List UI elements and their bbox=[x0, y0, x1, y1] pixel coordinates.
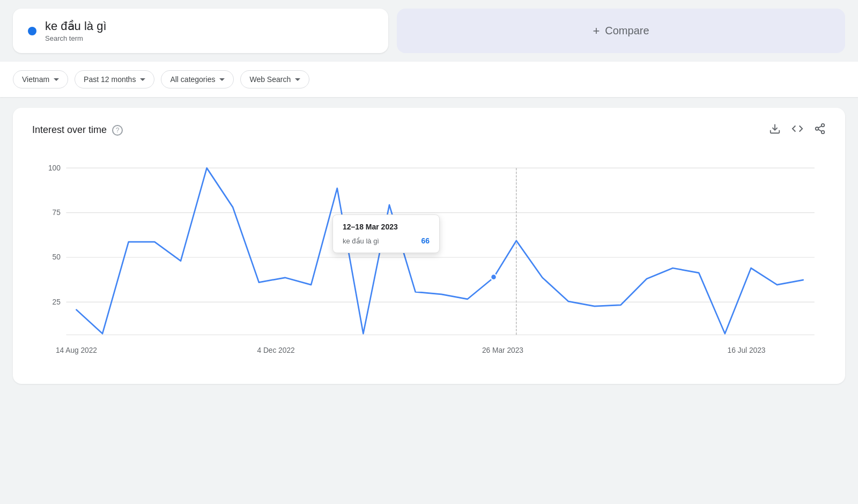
compare-label: Compare bbox=[605, 25, 649, 37]
chart-container: 100 75 50 25 14 Aug 2022 4 Dec 2022 26 M… bbox=[32, 150, 826, 365]
category-chevron-icon bbox=[219, 78, 225, 81]
chart-section: Interest over time ? bbox=[13, 108, 845, 384]
chart-title-group: Interest over time ? bbox=[32, 124, 123, 136]
chart-title: Interest over time bbox=[32, 124, 107, 136]
filter-bar: Vietnam Past 12 months All categories We… bbox=[0, 62, 858, 97]
share-icon[interactable] bbox=[814, 123, 826, 137]
svg-line-5 bbox=[818, 126, 822, 128]
svg-point-20 bbox=[491, 274, 497, 280]
svg-text:50: 50 bbox=[53, 253, 61, 261]
timeframe-filter[interactable]: Past 12 months bbox=[75, 70, 154, 88]
country-chevron-icon bbox=[54, 78, 59, 81]
search-term-text: ke đầu là gì Search term bbox=[45, 19, 107, 42]
help-question-mark: ? bbox=[116, 127, 120, 134]
search-type-label: Web Search bbox=[249, 75, 291, 84]
category-label: All categories bbox=[170, 75, 215, 84]
chart-actions bbox=[769, 123, 826, 137]
svg-text:25: 25 bbox=[53, 297, 61, 306]
search-type-chevron-icon bbox=[295, 78, 300, 81]
svg-text:26 Mar 2023: 26 Mar 2023 bbox=[482, 345, 523, 354]
svg-point-3 bbox=[822, 131, 825, 134]
help-icon[interactable]: ? bbox=[112, 125, 123, 136]
svg-text:14 Aug 2022: 14 Aug 2022 bbox=[56, 345, 97, 354]
search-term-main: ke đầu là gì bbox=[45, 19, 107, 33]
compare-card[interactable]: + Compare bbox=[397, 9, 845, 53]
search-dot bbox=[28, 27, 36, 35]
timeframe-label: Past 12 months bbox=[84, 75, 136, 84]
interest-chart: 100 75 50 25 14 Aug 2022 4 Dec 2022 26 M… bbox=[32, 150, 826, 365]
svg-text:75: 75 bbox=[53, 208, 61, 217]
search-term-sub: Search term bbox=[45, 34, 107, 42]
country-filter[interactable]: Vietnam bbox=[13, 70, 68, 88]
timeframe-chevron-icon bbox=[140, 78, 145, 81]
svg-point-2 bbox=[816, 127, 819, 130]
svg-text:4 Dec 2022: 4 Dec 2022 bbox=[257, 345, 294, 354]
svg-text:16 Jul 2023: 16 Jul 2023 bbox=[728, 345, 766, 354]
chart-header: Interest over time ? bbox=[32, 123, 826, 137]
embed-icon[interactable] bbox=[792, 123, 803, 137]
svg-line-4 bbox=[818, 129, 822, 131]
search-term-card: ke đầu là gì Search term bbox=[13, 9, 388, 53]
svg-text:100: 100 bbox=[48, 163, 61, 172]
download-icon[interactable] bbox=[769, 123, 781, 137]
category-filter[interactable]: All categories bbox=[161, 70, 234, 88]
search-type-filter[interactable]: Web Search bbox=[240, 70, 309, 88]
top-section: ke đầu là gì Search term + Compare bbox=[0, 0, 858, 62]
country-label: Vietnam bbox=[22, 75, 49, 84]
compare-plus-icon: + bbox=[593, 24, 600, 38]
svg-point-1 bbox=[822, 124, 825, 127]
